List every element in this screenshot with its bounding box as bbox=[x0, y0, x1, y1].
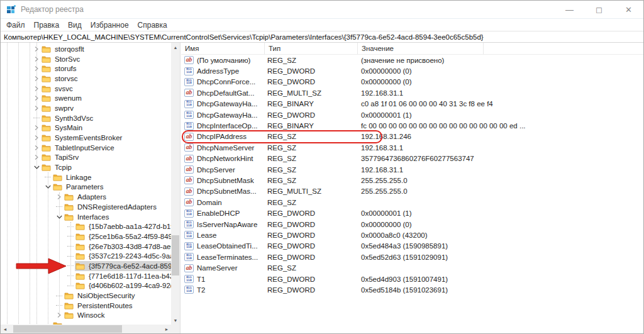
tree-item[interactable]: {3f5779ca-6e52-4acd-8594-3 bbox=[1, 261, 171, 271]
chevron-right-icon[interactable] bbox=[32, 94, 41, 103]
chevron-down-icon[interactable] bbox=[43, 182, 52, 191]
tree-item[interactable] bbox=[1, 320, 171, 325]
folder-icon bbox=[75, 233, 85, 240]
tree-item[interactable]: svsvc bbox=[1, 84, 171, 94]
chevron-right-icon[interactable] bbox=[32, 143, 41, 152]
tree-item[interactable]: {26e7b303-43d8-47d8-ae62- bbox=[1, 242, 171, 252]
chevron-right-icon[interactable] bbox=[32, 153, 41, 162]
chevron-right-icon[interactable] bbox=[32, 104, 41, 113]
value-row[interactable]: 011110LeaseTerminates...REG_DWORD0x5ed52… bbox=[181, 252, 643, 262]
column-header[interactable]: Значение bbox=[358, 43, 484, 54]
value-row[interactable]: 011110DhcpConnForce...REG_DWORD0x0000000… bbox=[181, 77, 643, 87]
chevron-right-icon[interactable] bbox=[32, 45, 41, 53]
menu-item[interactable]: Избранное bbox=[86, 21, 133, 30]
value-row[interactable]: abNameServerREG_SZ bbox=[181, 262, 643, 273]
maximize-button[interactable]: ◻ bbox=[584, 1, 614, 18]
minimize-button[interactable]: — bbox=[555, 1, 584, 18]
tree-item[interactable]: Winsock bbox=[1, 311, 171, 321]
value-row[interactable]: abDhcpServerREG_SZ192.168.31.1 bbox=[181, 164, 643, 175]
tree-item[interactable]: Tcpip bbox=[1, 162, 171, 172]
chevron-right-icon[interactable] bbox=[55, 192, 64, 201]
tree-item-label: SystemEventsBroker bbox=[53, 134, 123, 142]
menu-item[interactable]: Вид bbox=[64, 21, 86, 30]
tree-horizontal-scrollbar[interactable]: ◄ ► bbox=[1, 325, 171, 333]
value-row[interactable]: abDhcpDefaultGat...REG_MULTI_SZ192.168.3… bbox=[181, 87, 643, 98]
menu-item[interactable]: Справка bbox=[133, 21, 172, 30]
address-bar-input[interactable]: Компьютер\HKEY_LOCAL_MACHINE\SYSTEM\Curr… bbox=[1, 31, 643, 43]
value-row[interactable]: 011110DhcpGatewayHa...REG_BINARYc0 a8 1f… bbox=[181, 99, 643, 109]
chevron-right-icon[interactable] bbox=[32, 133, 41, 142]
chevron-down-icon[interactable] bbox=[32, 163, 41, 172]
tree-item[interactable]: storqosflt bbox=[1, 44, 171, 54]
tree-item[interactable]: NsiObjectSecurity bbox=[1, 291, 171, 301]
value-row[interactable]: abDhcpNetworkHintREG_SZ3577964736860276F… bbox=[181, 153, 643, 164]
vertical-scroll-thumb[interactable] bbox=[172, 235, 179, 276]
value-row[interactable]: 011110LeaseObtainedTi...REG_DWORD0x5ed48… bbox=[181, 241, 643, 252]
tree-vertical-scrollbar[interactable]: ▲ ▼ bbox=[171, 43, 180, 325]
value-row[interactable]: 011110IsServerNapAwareREG_DWORD0x0000000… bbox=[181, 219, 643, 230]
tree-item[interactable]: Linkage bbox=[1, 172, 171, 182]
value-type: REG_SZ bbox=[265, 155, 358, 162]
tree-item[interactable]: storvsc bbox=[1, 74, 171, 84]
menu-item[interactable]: Правка bbox=[30, 21, 64, 30]
column-header[interactable]: Тип bbox=[265, 43, 358, 54]
tree-item[interactable]: swenum bbox=[1, 93, 171, 103]
scroll-up-icon[interactable]: ▲ bbox=[171, 43, 180, 52]
menu-item[interactable]: Файл bbox=[2, 21, 30, 30]
tree-item[interactable]: {3537c219-2243-4d5c-9aa3-b bbox=[1, 251, 171, 261]
tree-item[interactable]: {25ce1b6a-55a2-4f59-849e-5 bbox=[1, 231, 171, 242]
tree-item[interactable]: DNSRegisteredAdapters bbox=[1, 202, 171, 212]
tree-item[interactable]: {d406b602-a199-4ca9-92de- bbox=[1, 281, 171, 291]
tree-item[interactable]: SysMain bbox=[1, 123, 171, 133]
tree-item[interactable]: Adapters bbox=[1, 192, 171, 202]
value-name: DhcpServer bbox=[197, 166, 235, 174]
chevron-right-icon[interactable] bbox=[32, 55, 41, 64]
tree-item[interactable]: Synth3dVsc bbox=[1, 113, 171, 123]
menu-bar: ФайлПравкаВидИзбранноеСправка bbox=[1, 19, 643, 31]
tree-item[interactable]: TabletInputService bbox=[1, 143, 171, 153]
tree-item[interactable]: swprv bbox=[1, 103, 171, 113]
chevron-right-icon[interactable] bbox=[32, 84, 41, 93]
tree-item[interactable]: PersistentRoutes bbox=[1, 301, 171, 311]
value-row[interactable]: abDhcpNameServerREG_SZ192.168.31.1 bbox=[181, 142, 643, 153]
close-button[interactable]: ✕ bbox=[614, 1, 643, 18]
tree-item-label: {15b7aebb-aa1a-427d-b1fe- bbox=[87, 223, 171, 230]
tree-item[interactable]: StorSvc bbox=[1, 54, 171, 64]
tree-item[interactable]: Parameters bbox=[1, 182, 171, 192]
chevron-right-icon[interactable] bbox=[32, 64, 41, 73]
horizontal-scroll-thumb[interactable] bbox=[13, 325, 122, 333]
value-name: DhcpIPAddress bbox=[197, 133, 247, 140]
value-row[interactable]: 011110T1REG_DWORD0x5ed4d903 (1591007491) bbox=[181, 274, 643, 284]
tree-item[interactable]: SystemEventsBroker bbox=[1, 133, 171, 143]
value-row[interactable]: 011110EnableDHCPREG_DWORD0x00000001 (1) bbox=[181, 208, 643, 218]
value-row[interactable]: 011110LeaseREG_DWORD0x0000a8c0 (43200) bbox=[181, 230, 643, 240]
tree-item[interactable]: {15b7aebb-aa1a-427d-b1fe- bbox=[1, 221, 171, 231]
tree-item[interactable]: storufs bbox=[1, 64, 171, 74]
value-row[interactable]: abDhcpSubnetMaskREG_SZ255.255.255.0 bbox=[181, 175, 643, 186]
column-header[interactable]: Имя bbox=[181, 43, 265, 54]
folder-icon bbox=[42, 104, 51, 112]
chevron-down-icon[interactable] bbox=[55, 213, 64, 221]
tree-connector bbox=[66, 232, 75, 241]
tree-item[interactable]: {771e6d18-117d-11ea-b434- bbox=[1, 271, 171, 281]
value-row[interactable]: abDhcpIPAddressREG_SZ192.168.31.246 bbox=[181, 131, 643, 142]
scroll-down-icon[interactable]: ▼ bbox=[171, 316, 180, 325]
value-row[interactable]: ab(По умолчанию)REG_SZ(значение не присв… bbox=[181, 55, 643, 65]
string-value-icon: ab bbox=[184, 176, 194, 184]
value-row[interactable]: 011110T2REG_DWORD0x5ed5184b (1591023691) bbox=[181, 284, 643, 295]
chevron-right-icon[interactable] bbox=[55, 311, 64, 320]
folder-icon bbox=[42, 134, 51, 142]
scroll-right-icon[interactable]: ► bbox=[162, 325, 171, 333]
folder-icon bbox=[42, 45, 51, 53]
tree-item-label: {771e6d18-117d-11ea-b434- bbox=[87, 272, 171, 280]
tree-item[interactable]: TapiSrv bbox=[1, 153, 171, 163]
value-row[interactable]: 011110AddressTypeREG_DWORD0x00000000 (0) bbox=[181, 65, 643, 76]
value-row[interactable]: abDhcpSubnetMas...REG_MULTI_SZ255.255.25… bbox=[181, 186, 643, 197]
chevron-right-icon[interactable] bbox=[32, 123, 41, 132]
scroll-left-icon[interactable]: ◄ bbox=[1, 325, 9, 333]
value-row[interactable]: abDomainREG_SZ bbox=[181, 197, 643, 208]
tree-item[interactable]: Interfaces bbox=[1, 212, 171, 222]
chevron-right-icon[interactable] bbox=[32, 74, 41, 83]
value-row[interactable]: 011110DhcpInterfaceOp...REG_BINARYfc 00 … bbox=[181, 120, 643, 131]
value-row[interactable]: 011110DhcpGatewayHa...REG_DWORD0x0000000… bbox=[181, 109, 643, 120]
